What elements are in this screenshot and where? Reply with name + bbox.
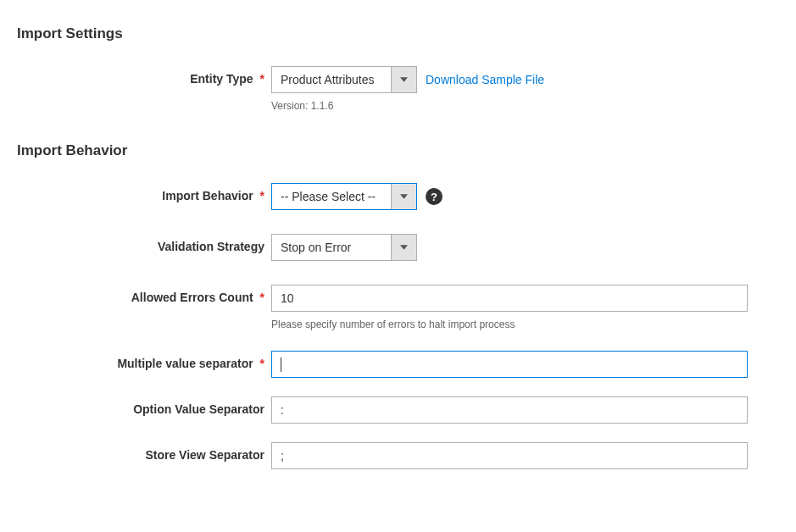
validation-strategy-select[interactable]: Stop on Error — [271, 234, 417, 261]
import-settings-title: Import Settings — [17, 25, 779, 42]
multiple-value-sep-label-text: Multiple value separator — [117, 357, 253, 370]
import-behavior-row: Import Behavior * -- Please Select -- ? — [17, 183, 779, 210]
download-sample-file-link[interactable]: Download Sample File — [426, 73, 544, 86]
validation-strategy-label-text: Validation Strategy — [158, 240, 264, 253]
validation-strategy-value: Stop on Error — [272, 235, 391, 260]
caret-down-icon — [400, 77, 408, 82]
allowed-errors-hint: Please specify number of errors to halt … — [271, 319, 515, 330]
validation-strategy-dropdown-button[interactable] — [391, 235, 416, 260]
entity-type-label-text: Entity Type — [190, 72, 253, 86]
help-icon[interactable]: ? — [426, 188, 443, 205]
import-behavior-title: Import Behavior — [17, 142, 779, 159]
multiple-value-sep-row: Multiple value separator * — [17, 351, 779, 378]
option-value-sep-label-text: Option Value Separator — [133, 402, 264, 416]
store-view-sep-input[interactable] — [271, 442, 748, 469]
caret-down-icon — [400, 194, 408, 199]
store-view-sep-label: Store View Separator — [17, 442, 271, 462]
caret-down-icon — [400, 245, 408, 250]
allowed-errors-label: Allowed Errors Count * — [17, 285, 271, 304]
store-view-sep-row: Store View Separator — [17, 442, 779, 469]
allowed-errors-row: Allowed Errors Count * Please specify nu… — [17, 285, 779, 330]
import-behavior-label: Import Behavior * — [17, 183, 271, 202]
validation-strategy-row: Validation Strategy Stop on Error — [17, 234, 779, 261]
entity-type-value: Product Attributes — [272, 67, 391, 92]
import-behavior-dropdown-button[interactable] — [391, 184, 416, 209]
option-value-sep-row: Option Value Separator — [17, 396, 779, 424]
entity-type-label: Entity Type * — [17, 66, 271, 86]
import-behavior-label-text: Import Behavior — [162, 189, 253, 202]
store-view-sep-label-text: Store View Separator — [145, 448, 264, 462]
allowed-errors-label-text: Allowed Errors Count — [131, 291, 253, 304]
required-indicator: * — [260, 72, 264, 86]
entity-type-version-note: Version: 1.1.6 — [271, 100, 333, 112]
required-indicator: * — [260, 357, 264, 370]
multiple-value-sep-label: Multiple value separator * — [17, 351, 271, 370]
option-value-sep-input[interactable] — [271, 396, 748, 424]
multiple-value-sep-input[interactable] — [271, 351, 748, 378]
validation-strategy-label: Validation Strategy — [17, 234, 271, 253]
entity-type-row: Entity Type * Product Attributes Downloa… — [17, 66, 779, 112]
text-caret — [281, 357, 281, 372]
import-behavior-value: -- Please Select -- — [272, 184, 391, 209]
option-value-sep-label: Option Value Separator — [17, 396, 271, 416]
entity-type-select[interactable]: Product Attributes — [271, 66, 417, 93]
allowed-errors-input[interactable] — [271, 285, 748, 312]
required-indicator: * — [260, 189, 264, 202]
import-behavior-select[interactable]: -- Please Select -- — [271, 183, 417, 210]
required-indicator: * — [260, 291, 264, 304]
entity-type-dropdown-button[interactable] — [391, 67, 416, 92]
